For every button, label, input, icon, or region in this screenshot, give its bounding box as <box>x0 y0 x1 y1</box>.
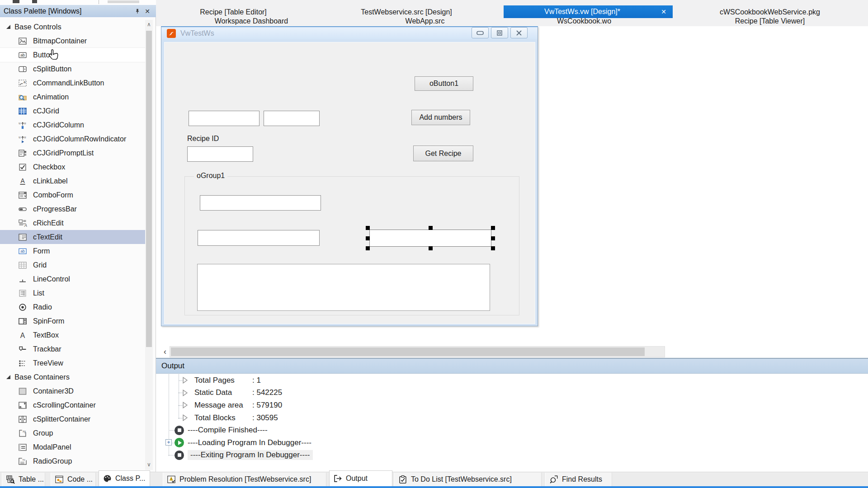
palette-item-csplitbutton[interactable]: cSplitButton <box>0 62 145 76</box>
palette-item-label: BitmapContainer <box>33 37 87 45</box>
palette-item-clinklabel[interactable]: AcLinkLabel <box>0 174 145 188</box>
tab-webapp-src[interactable]: WebApp.src <box>406 17 445 25</box>
scrollbar-track[interactable] <box>170 346 665 357</box>
output-stat-row[interactable]: Total Pages: 1 <box>156 374 868 387</box>
scroll-down-icon[interactable]: ∨ <box>145 460 153 469</box>
bottom-tab-table[interactable]: Table ... <box>2 473 45 486</box>
palette-item-form[interactable]: abForm <box>0 244 145 258</box>
palette-item-cscrollingcontainer[interactable]: cScrollingContainer <box>0 398 145 412</box>
table-explorer-icon <box>6 475 15 484</box>
palette-item-canimation[interactable]: cAnimation <box>0 90 145 104</box>
window-close-button[interactable] <box>510 27 528 38</box>
group-field-2[interactable] <box>198 230 320 246</box>
container-3d-icon <box>18 387 27 396</box>
bottom-tab-find-results[interactable]: Find Results <box>545 473 612 486</box>
palette-section-label: Base Containers <box>14 373 70 381</box>
scroll-left-icon[interactable]: ‹ <box>161 346 169 357</box>
designed-group-box[interactable]: oGroup1 <box>184 176 519 315</box>
palette-item-csplittercontainer[interactable]: cSplitterContainer <box>0 412 145 426</box>
palette-item-label: Checkbox <box>33 163 65 171</box>
output-event-row[interactable]: ----Compile Finished---- <box>156 424 868 436</box>
line-control-icon <box>18 275 27 284</box>
output-event-row[interactable]: ----Exiting Program In Debugger---- <box>156 449 868 462</box>
stat-label: Total Pages <box>194 376 252 385</box>
palette-item-ccjgrid[interactable]: cCJGrid <box>0 104 145 118</box>
palette-item-spinform[interactable]: SpinForm <box>0 314 145 328</box>
form-title-bar[interactable]: VwTestWs <box>161 27 538 39</box>
palette-item-treeview[interactable]: TreeView <box>0 356 145 370</box>
palette-item-checkbox[interactable]: Checkbox <box>0 160 145 174</box>
palette-item-ccjgridpromptlist[interactable]: cCJGridPromptList <box>0 146 145 160</box>
palette-item-comboform[interactable]: ComboForm <box>0 188 145 202</box>
tab-wscookbook-wo[interactable]: WsCookbook.wo <box>557 17 611 25</box>
tab-workspace-dashboard[interactable]: Workspace Dashboard <box>215 17 288 25</box>
palette-item-ccjgridcolumn[interactable]: uucCJGridColumn <box>0 118 145 132</box>
designed-button-obutton1[interactable]: oButton1 <box>415 76 473 91</box>
class-palette-title: Class Palette [Windows] <box>4 7 132 15</box>
designed-form-field-1[interactable] <box>189 111 259 126</box>
close-icon[interactable]: ✕ <box>142 7 152 16</box>
palette-item-label: cCJGrid <box>33 107 59 115</box>
palette-item-linecontrol[interactable]: LineControl <box>0 272 145 286</box>
designed-button-get-recipe[interactable]: Get Recipe <box>413 145 473 161</box>
output-stat-row[interactable]: Message area: 579190 <box>156 399 868 412</box>
tab-recipe-table-viewer[interactable]: Recipe [Table Viewer] <box>735 17 805 25</box>
tab-cwscookbookwebservice-pkg[interactable]: cWSCookbookWebService.pkg <box>720 8 820 16</box>
bottom-tab-to-do-list-testwebservice-src[interactable]: To Do List [TestWebservice.src] <box>394 473 542 486</box>
palette-item-ctextedit[interactable]: cTextEdit <box>0 230 145 244</box>
output-stat-row[interactable]: Static Data: 542225 <box>156 387 868 399</box>
tab-testwebservice-src-design[interactable]: TestWebservice.src [Design] <box>361 8 452 16</box>
svg-text:xy: xy <box>23 429 26 433</box>
bottom-tab-label: Table ... <box>19 475 44 483</box>
palette-item-button[interactable]: abButton <box>0 48 145 62</box>
bottom-tab-output[interactable]: Output <box>329 470 392 486</box>
bottom-tab-class-p[interactable]: Class P... <box>99 470 150 486</box>
palette-item-cprogressbar[interactable]: cProgressBar <box>0 202 145 216</box>
tab-close-icon[interactable]: ✕ <box>659 7 668 16</box>
designer-horizontal-scrollbar[interactable]: ‹ <box>156 346 667 357</box>
palette-section-base-containers[interactable]: Base Containers <box>0 370 145 384</box>
palette-item-crichedit[interactable]: AcRichEdit <box>0 216 145 230</box>
palette-item-list[interactable]: List <box>0 286 145 300</box>
scrollbar-thumb[interactable] <box>171 347 645 356</box>
palette-item-modalpanel[interactable]: ModalPanel <box>0 440 145 454</box>
progress-bar-icon <box>18 205 27 214</box>
window-maximize-button[interactable] <box>491 27 508 38</box>
palette-item-textbox[interactable]: ATextBox <box>0 328 145 342</box>
palette-item-label: cCommandLinkButton <box>33 79 104 87</box>
group-field-1[interactable] <box>200 195 321 211</box>
bottom-tab-problem-resolution-testwebservice-src[interactable]: Problem Resolution [TestWebservice.src] <box>163 473 326 486</box>
palette-item-label: ComboForm <box>33 191 73 199</box>
group-text-area[interactable] <box>197 264 490 311</box>
palette-item-label: cCJGridPromptList <box>33 149 94 157</box>
designed-form-field-2[interactable] <box>264 111 320 126</box>
stat-label: Total Blocks <box>194 413 252 422</box>
window-minimize-button[interactable] <box>472 27 489 38</box>
output-event-row[interactable]: +----Loading Program In Debugger---- <box>156 436 868 449</box>
selected-text-edit-control[interactable] <box>369 230 491 247</box>
scroll-up-icon[interactable]: ∧ <box>145 20 153 29</box>
tab-label: VwTestWs.vw [Design]* <box>544 8 620 16</box>
palette-item-ccommandlinkbutton[interactable]: acCommandLinkButton <box>0 76 145 90</box>
pin-icon[interactable] <box>132 7 142 16</box>
tab-recipe-table-editor[interactable]: Recipe [Table Editor] <box>200 8 267 16</box>
designer-form-window[interactable]: VwTestWs oButton1 Add numbers Get Recipe… <box>161 26 538 326</box>
palette-item-ccjgridcolumnrowindicator[interactable]: uucCJGridColumnRowIndicator <box>0 132 145 146</box>
tree-expander-plus[interactable]: + <box>165 439 172 446</box>
palette-section-base-controls[interactable]: Base Controls <box>0 20 145 34</box>
palette-item-label: ModalPanel <box>33 443 71 451</box>
palette-scrollbar[interactable]: ∧ ∨ <box>145 20 153 470</box>
palette-item-grid[interactable]: Grid <box>0 258 145 272</box>
recipe-id-field[interactable] <box>187 146 253 162</box>
palette-scrollbar-thumb[interactable] <box>146 31 152 347</box>
output-stat-row[interactable]: Total Blocks: 30595 <box>156 412 868 424</box>
bottom-tab-code[interactable]: Code ... <box>51 473 96 486</box>
palette-item-container3d[interactable]: Container3D <box>0 384 145 398</box>
palette-item-radiogroup[interactable]: xyRadioGroup <box>0 454 145 468</box>
palette-item-group[interactable]: xyGroup <box>0 426 145 440</box>
tab-vwtestws-design[interactable]: VwTestWs.vw [Design]* ✕ <box>504 5 673 18</box>
designed-button-add-numbers[interactable]: Add numbers <box>411 110 470 125</box>
palette-item-trackbar[interactable]: Trackbar <box>0 342 145 356</box>
palette-item-radio[interactable]: Radio <box>0 300 145 314</box>
palette-item-bitmapcontainer[interactable]: BitmapContainer <box>0 34 145 48</box>
